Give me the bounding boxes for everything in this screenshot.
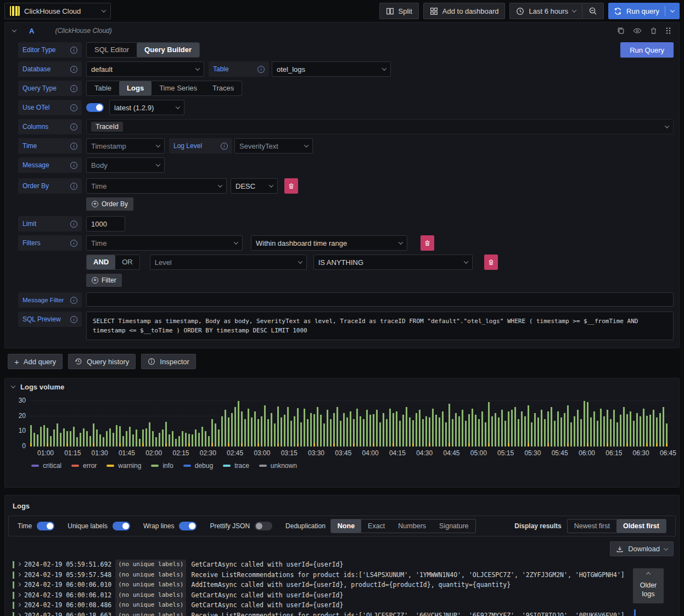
newest-first-option[interactable]: Newest first [568,519,616,533]
expand-row-chevron-icon[interactable] [17,562,21,566]
query-type-time-series[interactable]: Time Series [152,81,205,95]
drag-handle-icon[interactable] [665,27,671,35]
timeline-marker[interactable] [634,609,636,616]
info-icon[interactable] [257,66,265,73]
dedup-signature[interactable]: Signature [433,519,475,533]
log-row[interactable]: 2024-02-19 05:59:51.692(no unique labels… [13,560,677,570]
chevron-up-icon [646,572,651,577]
info-icon[interactable] [70,240,77,247]
limit-input[interactable]: 1000 [86,216,125,231]
info-icon[interactable] [70,183,77,190]
query-type-table[interactable]: Table [87,81,119,95]
chart-bar [192,434,193,447]
chart-bar [330,419,332,447]
duplicate-query-icon[interactable] [617,27,625,35]
time-column-select[interactable]: Timestamp [86,138,165,154]
order-by-direction-select[interactable]: DESC [231,178,278,194]
add-query-button[interactable]: Add query [8,354,63,369]
info-icon[interactable] [70,316,77,323]
filter-operator-select[interactable]: Within dashboard time range [251,235,407,251]
log-message: GetCartAsync called with userId={userId} [191,590,343,601]
log-row[interactable]: 2024-02-19 06:00:08.486(no unique labels… [13,600,677,611]
unique-labels-toggle[interactable] [113,522,130,530]
table-select[interactable]: otel_logs [272,61,391,77]
zoom-out-button[interactable] [582,3,604,19]
split-button[interactable]: Split [379,3,419,19]
expand-row-chevron-icon[interactable] [17,572,21,576]
filter-field-select[interactable]: Time [86,235,243,251]
log-row[interactable]: 2024-02-19 05:59:57.548(no unique labels… [13,570,677,580]
inspector-button[interactable]: Inspector [141,354,195,369]
prettify-json-toggle[interactable] [255,522,272,530]
hide-query-eye-icon[interactable] [633,27,642,35]
chart-bar [211,419,213,447]
filter-join-and[interactable]: AND [87,255,115,269]
chart-bar [53,429,55,447]
query-builder-option[interactable]: Query Builder [137,43,199,57]
wrap-lines-toggle[interactable] [179,522,197,530]
info-icon[interactable] [70,143,77,150]
sql-editor-option[interactable]: SQL Editor [87,43,137,57]
filter2-field-select[interactable]: Level [150,255,307,270]
log-row[interactable]: 2024-02-19 06:00:06.010(no unique labels… [13,580,677,590]
filter-join-or[interactable]: OR [115,255,139,269]
add-order-by-button[interactable]: Order By [86,197,133,211]
legend-item-critical[interactable]: critical [31,462,61,470]
remove-filter-button[interactable] [421,235,434,251]
expand-row-chevron-icon[interactable] [17,583,21,586]
expand-row-chevron-icon[interactable] [17,603,21,607]
run-query-button[interactable]: Run query [608,3,680,19]
info-icon[interactable] [70,47,77,54]
legend-item-warning[interactable]: warning [106,462,141,470]
info-icon[interactable] [70,123,77,131]
legend-item-trace[interactable]: trace [223,462,249,470]
log-level-select[interactable]: SeverityText [234,138,313,154]
time-toggle[interactable] [37,522,54,530]
remove-order-by-button[interactable] [284,178,298,194]
remove-filter2-button[interactable] [484,255,498,270]
log-row[interactable]: 2024-02-19 06:00:18.663(no unique labels… [13,611,677,616]
info-icon[interactable] [70,85,77,92]
expand-row-chevron-icon[interactable] [17,613,21,616]
time-range-picker[interactable]: Last 6 hours [509,3,582,19]
message-column-select[interactable]: Body [86,157,165,173]
add-to-dashboard-button[interactable]: Add to dashboard [423,3,506,19]
info-icon[interactable] [221,143,228,150]
query-type-logs[interactable]: Logs [119,81,152,95]
legend-item-info[interactable]: info [151,462,173,470]
filter2-operator-select[interactable]: IS ANYTHING [313,255,473,270]
column-chip-traceid[interactable]: TraceId [91,122,123,132]
legend-item-error[interactable]: error [71,462,97,470]
download-button[interactable]: Download [610,541,674,556]
info-icon[interactable] [70,66,77,73]
datasource-picker[interactable]: ClickHouse Cloud [4,3,111,19]
chevron-down-icon[interactable] [670,8,675,12]
chart-bar [208,436,210,447]
query-type-traces[interactable]: Traces [205,81,242,95]
query-history-button[interactable]: Query history [68,354,136,369]
collapse-chevron-icon[interactable] [12,27,16,32]
info-icon[interactable] [70,162,77,169]
add-filter-button[interactable]: Filter [86,274,122,287]
dedup-numbers[interactable]: Numbers [391,519,433,533]
legend-item-debug[interactable]: debug [183,462,213,470]
info-icon[interactable] [70,297,77,304]
use-otel-toggle[interactable] [86,103,104,112]
info-icon[interactable] [70,221,77,228]
oldest-first-option[interactable]: Oldest first [616,519,666,533]
delete-query-trash-icon[interactable] [650,27,657,35]
database-select[interactable]: default [86,61,204,77]
expand-row-chevron-icon[interactable] [17,592,21,596]
otel-version-select[interactable]: latest (1.2.9) [109,100,184,115]
dedup-none[interactable]: None [331,519,361,533]
dedup-exact[interactable]: Exact [361,519,391,533]
columns-multiselect[interactable]: TraceId [86,119,674,134]
panel-run-query-button[interactable]: Run Query [620,42,674,58]
collapse-chevron-icon[interactable] [11,383,15,388]
legend-item-unknown[interactable]: unknown [259,462,297,470]
info-icon[interactable] [70,104,77,111]
log-row[interactable]: 2024-02-19 06:00:06.012(no unique labels… [13,590,677,601]
order-by-field-select[interactable]: Time [86,178,227,194]
message-filter-input[interactable] [86,292,674,307]
older-logs-button[interactable]: Older logs [633,568,664,603]
